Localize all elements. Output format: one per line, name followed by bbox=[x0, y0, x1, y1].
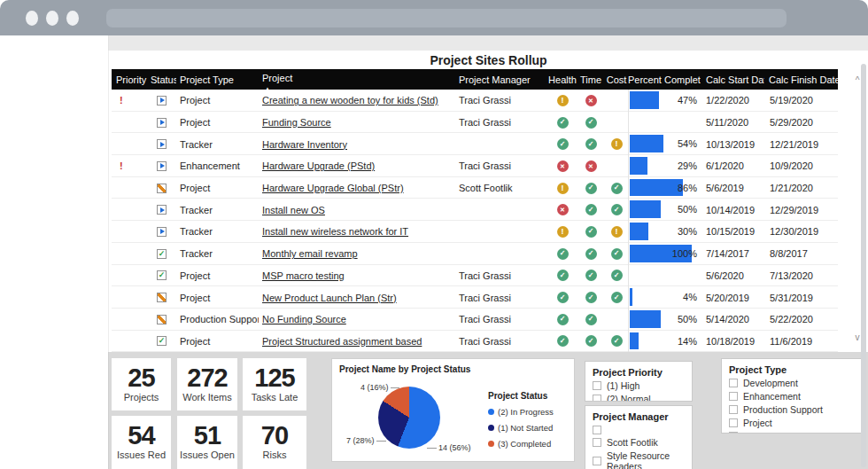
filter-option[interactable]: Scott Footlik bbox=[593, 437, 685, 448]
project-link[interactable]: No Funding Source bbox=[262, 314, 346, 324]
finish-date-cell: 5/19/2020 bbox=[764, 95, 838, 106]
pie-slice-label: 7 (28%) bbox=[346, 436, 375, 445]
column-header-priority[interactable]: Priority bbox=[112, 74, 147, 85]
checkbox-icon[interactable] bbox=[593, 395, 601, 402]
column-header-project[interactable]: Project▲ bbox=[259, 69, 455, 90]
filter-option-label: Enhancement bbox=[743, 391, 801, 402]
checkbox-icon[interactable] bbox=[729, 405, 738, 414]
column-header-time[interactable]: Time bbox=[577, 74, 605, 85]
column-header-health[interactable]: Health bbox=[548, 74, 577, 85]
table-row[interactable]: !ProjectCreating a new wooden toy for ki… bbox=[112, 90, 838, 112]
percent-label: 14% bbox=[678, 331, 697, 353]
window-dot-icon[interactable] bbox=[46, 11, 58, 26]
project-cell: Monthly email revamp bbox=[259, 248, 455, 259]
page-scrollbar[interactable] bbox=[861, 64, 866, 467]
address-bar[interactable] bbox=[106, 9, 787, 27]
status-on-hold-icon bbox=[157, 315, 167, 324]
table-row[interactable]: TrackerMonthly email revamp✓✓✓100%7/14/2… bbox=[112, 243, 838, 265]
table-row[interactable]: !EnhancementHardware Upgrade (PStd)Traci… bbox=[112, 155, 838, 177]
checkbox-icon[interactable] bbox=[593, 438, 601, 447]
window-dot-icon[interactable] bbox=[66, 11, 79, 26]
column-header-label: Status bbox=[151, 74, 176, 85]
project-link[interactable]: Creating a new wooden toy for kids (Std) bbox=[262, 95, 438, 106]
legend-item[interactable]: (3) Completed bbox=[488, 439, 554, 449]
legend-item[interactable]: (1) Not Started bbox=[488, 423, 554, 433]
page-title: Project Sites Rollup bbox=[109, 53, 868, 67]
kpi-card-tasks-late[interactable]: 125Tasks Late bbox=[243, 358, 306, 410]
filter-option-label: (1) High bbox=[607, 380, 639, 391]
window-dot-icon[interactable] bbox=[26, 11, 38, 26]
column-header-status[interactable]: Status bbox=[147, 74, 176, 85]
checkbox-icon[interactable] bbox=[729, 392, 738, 401]
percent-bar bbox=[630, 332, 639, 350]
checkbox-icon[interactable] bbox=[729, 379, 738, 387]
column-header-label: Project bbox=[262, 73, 292, 83]
kpi-card-issues-red[interactable]: 54Issues Red bbox=[112, 416, 171, 469]
percent-label: 50% bbox=[678, 309, 697, 331]
table-row[interactable]: ProjectProject Structured assignment bas… bbox=[112, 331, 838, 353]
column-header-calc-start-date[interactable]: Calc Start Date bbox=[701, 74, 764, 85]
table-row[interactable]: ProjectFunding SourceTraci Grassi✓✓5/11/… bbox=[112, 112, 838, 134]
table-row[interactable]: TrackerInstall new OS✕✓✓50%10/14/201912/… bbox=[112, 199, 838, 221]
status-done-icon bbox=[157, 336, 167, 346]
filter-option[interactable]: Style Resource Readers bbox=[593, 450, 685, 469]
health-error-icon: ✕ bbox=[557, 160, 569, 172]
filter-option[interactable]: (2) Normal bbox=[593, 394, 685, 402]
checkbox-icon[interactable] bbox=[729, 418, 738, 427]
project-link[interactable]: Hardware Inventory bbox=[262, 139, 347, 150]
column-header-percent-complete[interactable]: Percent Complete bbox=[628, 74, 701, 85]
project-link[interactable]: New Product Launch Plan (Str) bbox=[262, 293, 397, 303]
legend-item[interactable]: (2) In Progress bbox=[488, 407, 554, 417]
kpi-card-work-items[interactable]: 272Work Items bbox=[177, 358, 237, 410]
time-cell: ✓ bbox=[577, 204, 605, 215]
checkbox-icon[interactable] bbox=[593, 381, 601, 390]
project-type-cell: Project bbox=[176, 183, 259, 193]
project-link[interactable]: MSP macro testing bbox=[262, 270, 345, 281]
start-date-cell: 5/6/2020 bbox=[701, 270, 764, 281]
pie-chart[interactable] bbox=[378, 387, 440, 449]
percent-complete-cell: 47% bbox=[628, 90, 701, 112]
table-header-row: PriorityStatusProject TypeProject▲Projec… bbox=[112, 69, 838, 90]
table-row[interactable]: TrackerInstall new wireless network for … bbox=[112, 221, 838, 243]
project-type-cell: Tracker bbox=[176, 248, 259, 259]
checkbox-icon[interactable] bbox=[593, 426, 601, 434]
project-link[interactable]: Install new wireless network for IT bbox=[262, 226, 408, 237]
filter-option[interactable]: Development bbox=[729, 378, 858, 388]
table-row[interactable]: ProjectHardware Upgrade Global (PStr)Sco… bbox=[112, 177, 838, 199]
project-link[interactable]: Hardware Upgrade (PStd) bbox=[262, 160, 375, 171]
health-cell: ✕ bbox=[548, 160, 577, 172]
kpi-card-issues-open[interactable]: 51Issues Open bbox=[177, 416, 237, 469]
column-header-project-type[interactable]: Project Type bbox=[176, 74, 259, 85]
cost-ok-icon: ✓ bbox=[611, 270, 623, 281]
project-link[interactable]: Hardware Upgrade Global (PStr) bbox=[262, 183, 404, 193]
column-header-cost[interactable]: Cost bbox=[605, 74, 628, 85]
column-header-label: Project Manager bbox=[459, 74, 531, 85]
kpi-card-risks[interactable]: 70Risks bbox=[243, 416, 306, 469]
checkbox-icon[interactable] bbox=[729, 432, 738, 434]
project-link[interactable]: Project Structured assignment based bbox=[262, 336, 422, 347]
filter-option[interactable]: (1) High bbox=[593, 380, 685, 391]
percent-bar bbox=[630, 288, 632, 306]
filter-option[interactable]: Enhancement bbox=[729, 391, 858, 402]
health-cell: ! bbox=[548, 226, 577, 238]
kpi-card-projects[interactable]: 25Projects bbox=[112, 358, 171, 410]
column-header-project-manager[interactable]: Project Manager bbox=[455, 74, 548, 85]
project-link[interactable]: Funding Source bbox=[262, 117, 331, 128]
project-link[interactable]: Install new OS bbox=[262, 205, 325, 215]
checkbox-icon[interactable] bbox=[593, 457, 601, 465]
table-row[interactable]: Production SupportNo Funding SourceTraci… bbox=[112, 309, 838, 331]
column-header-calc-finish-date[interactable]: Calc Finish Date bbox=[764, 74, 838, 85]
column-header-label: Calc Finish Date bbox=[769, 74, 838, 85]
column-header-label: Percent Complete bbox=[628, 74, 701, 85]
filter-option[interactable] bbox=[593, 425, 685, 434]
finish-date-cell: 5/31/2019 bbox=[764, 293, 838, 303]
filter-option[interactable]: Tracker bbox=[729, 431, 858, 434]
time-ok-icon: ✓ bbox=[585, 270, 597, 281]
table-row[interactable]: ProjectMSP macro testingTraci Grassi✓✓✓5… bbox=[112, 265, 838, 287]
table-row[interactable]: ProjectNew Product Launch Plan (Str)Trac… bbox=[112, 286, 838, 309]
kpi-value: 25 bbox=[112, 364, 171, 391]
filter-option[interactable]: Project bbox=[729, 418, 858, 428]
table-row[interactable]: TrackerHardware Inventory✓✓!54%10/13/201… bbox=[112, 133, 838, 155]
project-link[interactable]: Monthly email revamp bbox=[262, 248, 358, 259]
filter-option[interactable]: Production Support bbox=[729, 404, 858, 415]
